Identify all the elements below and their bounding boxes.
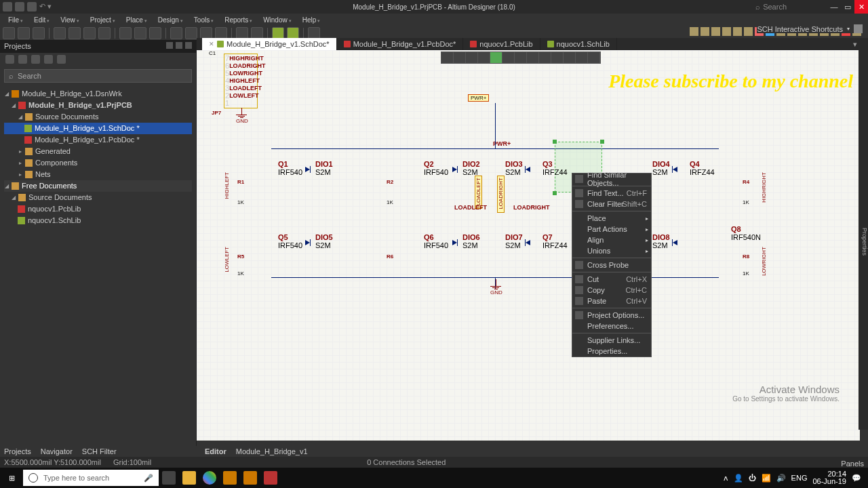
ctx-find-text[interactable]: Find Text...Ctrl+F [572, 188, 651, 199]
q3[interactable]: Q3IRFZ44 [542, 160, 568, 176]
tb-run[interactable] [272, 27, 284, 39]
tb-new[interactable] [3, 27, 15, 39]
tree-schlib[interactable]: nquocv1.SchLib [4, 215, 192, 226]
ctx-paste[interactable]: PasteCtrl+V [572, 296, 651, 306]
tree-nets[interactable]: ▸Nets [4, 169, 192, 180]
btab-navigator[interactable]: Navigator [41, 447, 73, 455]
start-button[interactable]: ⊞ [0, 468, 23, 488]
tb-snap3[interactable] [215, 27, 227, 39]
abar-4[interactable] [478, 52, 490, 63]
rtool-6[interactable] [744, 27, 753, 36]
btab-projects[interactable]: Projects [4, 447, 31, 455]
dio3-label[interactable]: DIO3S2M [505, 160, 523, 176]
title-search[interactable]: Search [763, 3, 787, 11]
rtool-5[interactable] [733, 27, 742, 36]
active-bar[interactable] [441, 52, 601, 64]
q7[interactable]: Q7IRFZ44 [542, 233, 568, 249]
menu-place[interactable]: Place [121, 15, 153, 25]
panel-drop-icon[interactable] [166, 42, 173, 49]
load-right-port[interactable]: LOADRIGHT [497, 176, 505, 213]
dio5[interactable] [305, 240, 310, 245]
power-port[interactable]: PWR+ [468, 94, 489, 102]
abar-7[interactable] [515, 52, 527, 63]
tb-redo[interactable] [251, 27, 263, 39]
tb-run2[interactable] [287, 27, 299, 39]
dio4[interactable] [673, 167, 677, 172]
tree-components[interactable]: ▸Components [4, 157, 192, 169]
task-chrome[interactable] [199, 468, 220, 488]
tb-undo[interactable] [236, 27, 248, 39]
close-button[interactable]: ✕ [854, 0, 868, 14]
save-icon[interactable] [27, 2, 37, 12]
abar-11[interactable] [564, 52, 576, 63]
tree-source-docs[interactable]: ◢Source Documents [4, 111, 192, 123]
dio1[interactable] [305, 167, 310, 172]
os-search[interactable]: Type here to search 🎤 [23, 470, 159, 486]
abar-1[interactable] [441, 52, 454, 63]
tb-zoom2[interactable] [98, 27, 111, 39]
task-view[interactable] [159, 468, 179, 488]
tray-vol-icon[interactable]: 🔊 [776, 474, 786, 483]
ctx-preferences[interactable]: Preferences... [572, 321, 651, 331]
task-rec[interactable] [260, 468, 281, 488]
tb-open[interactable] [18, 27, 30, 39]
panel-tb-1[interactable] [5, 55, 14, 64]
tabs-overflow[interactable]: ▾ [850, 38, 860, 50]
tb-print[interactable] [54, 27, 66, 39]
notify-icon[interactable] [854, 24, 863, 33]
tb-cut[interactable] [119, 27, 132, 39]
panels-button[interactable]: Panels [841, 460, 864, 468]
tree-project[interactable]: ◢Module_H_Bridge_v1.PrjPCB [4, 100, 192, 111]
minimize-button[interactable]: — [827, 0, 841, 14]
dio8[interactable] [673, 240, 677, 245]
ctx-supplier-links[interactable]: Supplier Links... [572, 335, 651, 346]
ctx-properties[interactable]: Properties... [572, 346, 651, 357]
tree-pcbdoc[interactable]: Module_H_Bridge_v1.PcbDoc * [4, 134, 192, 146]
tray-lang[interactable]: ENG [791, 474, 808, 482]
open-icon[interactable] [15, 2, 24, 12]
tb-copy[interactable] [134, 27, 146, 39]
tab-pcbdoc[interactable]: Module_H_Bridge_v1.PcbDoc* [337, 38, 464, 50]
menu-reports[interactable]: Reports [219, 15, 258, 25]
tree-schdoc[interactable]: Module_H_Bridge_v1.SchDoc * [4, 123, 192, 134]
ctx-copy[interactable]: CopyCtrl+C [572, 285, 651, 296]
q4[interactable]: Q4IRFZ44 [690, 160, 715, 176]
ctx-align[interactable]: Align▸ [572, 235, 651, 245]
rtool-2[interactable] [701, 27, 709, 36]
tree-free-source[interactable]: ◢Source Documents [4, 192, 192, 203]
menu-view[interactable]: View [55, 15, 84, 25]
ctx-find-similar[interactable]: Find Similar Objects... [572, 174, 651, 184]
menu-help[interactable]: Help [297, 15, 326, 25]
tree-free-docs[interactable]: ◢Free Documents [4, 180, 192, 192]
ctx-place[interactable]: Place▸ [572, 213, 651, 224]
menu-file[interactable]: File [3, 15, 28, 25]
task-explorer[interactable] [179, 468, 199, 488]
tb-snap[interactable] [185, 27, 197, 39]
tb-snap2[interactable] [200, 27, 212, 39]
task-altium[interactable] [240, 468, 260, 488]
ctx-project-options[interactable]: Project Options... [572, 310, 651, 321]
tab-pcblib[interactable]: nquocv1.PcbLib [463, 38, 540, 50]
ctx-part-actions[interactable]: Part Actions▸ [572, 224, 651, 235]
menu-window[interactable]: Window [258, 15, 297, 25]
tab-schlib[interactable]: nquocv1.SchLib [540, 38, 617, 50]
connector-JP7[interactable]: 7HIGHRIGHT 6LOADRIGHT 5LOWRIGHT 4HIGHLEF… [224, 54, 258, 108]
panel-pin-icon[interactable] [176, 42, 182, 49]
abar-9[interactable] [539, 52, 551, 63]
history-dropdown[interactable]: ↶ ▾ [39, 2, 52, 12]
dio7[interactable] [526, 240, 530, 245]
abar-8[interactable] [527, 52, 539, 63]
tree-workspace[interactable]: ◢Module_H_Bridge_v1.DsnWrk [4, 88, 192, 100]
menu-tools[interactable]: Tools [189, 15, 219, 25]
menu-project[interactable]: Project [85, 15, 121, 25]
task-app1[interactable] [220, 468, 240, 488]
tb-more[interactable] [308, 27, 320, 39]
menu-design[interactable]: Design [153, 15, 189, 25]
abar-2[interactable] [454, 52, 466, 63]
q2[interactable]: Q2IRF540 [424, 160, 448, 176]
dio6[interactable] [452, 240, 457, 245]
mic-icon[interactable]: 🎤 [144, 474, 153, 483]
abar-10[interactable] [551, 52, 564, 63]
tb-zoom[interactable] [83, 27, 96, 39]
menu-edit[interactable]: Edit [28, 15, 55, 25]
